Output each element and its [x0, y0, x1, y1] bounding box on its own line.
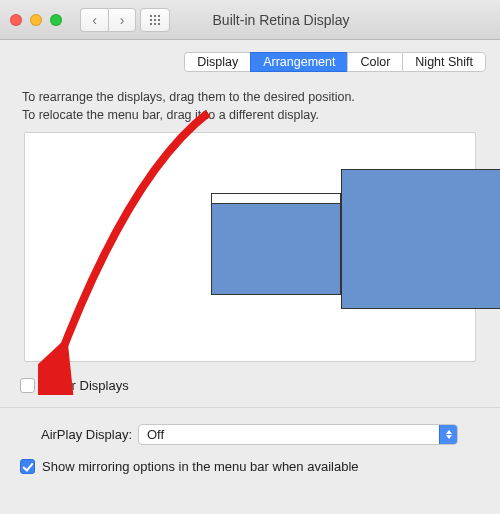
airplay-display-select[interactable]: Off	[138, 424, 458, 445]
show-all-button[interactable]	[140, 8, 170, 32]
airplay-display-value: Off	[139, 427, 439, 442]
grid-icon	[149, 14, 161, 26]
divider	[0, 407, 500, 408]
window-controls	[10, 14, 62, 26]
chevron-left-icon: ‹	[92, 13, 97, 27]
show-mirroring-options-label: Show mirroring options in the menu bar w…	[42, 459, 359, 474]
tab-arrangement[interactable]: Arrangement	[250, 52, 347, 72]
back-button[interactable]: ‹	[80, 8, 108, 32]
mirror-displays-checkbox[interactable]	[20, 378, 35, 393]
tab-night-shift[interactable]: Night Shift	[402, 52, 486, 72]
tab-bar: Display Arrangement Color Night Shift	[0, 40, 500, 82]
tab-color[interactable]: Color	[347, 52, 402, 72]
chevron-right-icon: ›	[120, 13, 125, 27]
hint-text: To rearrange the displays, drag them to …	[22, 88, 480, 124]
minimize-window-button[interactable]	[30, 14, 42, 26]
zoom-window-button[interactable]	[50, 14, 62, 26]
select-stepper-icon	[439, 425, 457, 444]
window-title: Built-in Retina Display	[213, 12, 350, 28]
window-titlebar: ‹ › Built-in Retina Display	[0, 0, 500, 40]
display-rect-secondary[interactable]	[341, 169, 500, 309]
menu-bar-strip[interactable]	[212, 194, 340, 204]
show-mirroring-options-checkbox[interactable]	[20, 459, 35, 474]
forward-button[interactable]: ›	[108, 8, 136, 32]
display-rect-primary[interactable]	[211, 193, 341, 295]
airplay-label: AirPlay Display:	[20, 427, 132, 442]
close-window-button[interactable]	[10, 14, 22, 26]
mirror-displays-label: Mirror Displays	[42, 378, 129, 393]
tab-display[interactable]: Display	[184, 52, 250, 72]
arrangement-area[interactable]	[24, 132, 476, 362]
